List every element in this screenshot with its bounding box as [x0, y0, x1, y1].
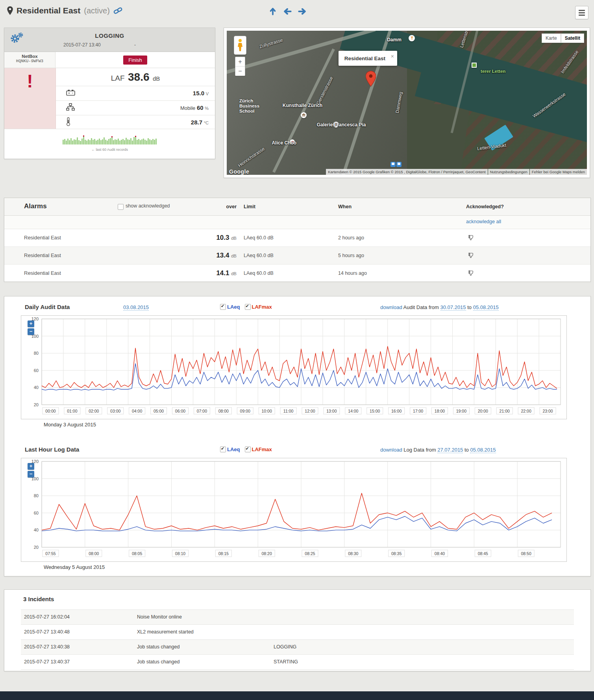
temperature-row: 28.7 °C	[56, 115, 215, 130]
laeq-checkbox[interactable]	[220, 446, 226, 452]
audit-record-bar	[67, 139, 68, 144]
map-marker-pin[interactable]	[366, 71, 376, 88]
svg-text:06:00: 06:00	[175, 409, 185, 413]
svg-text:20:00: 20:00	[478, 409, 488, 413]
chart-zoom-in-button[interactable]: +	[28, 320, 34, 327]
park-poi-icon[interactable]	[472, 63, 477, 68]
incident-time: 2015-07-27 13:40:37	[24, 655, 70, 669]
map-zoom-out-button[interactable]: −	[235, 67, 245, 76]
incident-time: 2015-07-27 16:02:04	[24, 610, 70, 624]
network-unit: %	[205, 106, 209, 111]
job-state: LOGGING	[4, 32, 215, 39]
pegman-control[interactable]	[234, 36, 246, 55]
info-window-close-icon[interactable]: ×	[391, 53, 394, 59]
daily-audit-chart[interactable]: 1201008060402000:0001:0002:0003:0004:000…	[21, 316, 566, 418]
alarm-over-unit: dB	[231, 271, 237, 276]
svg-text:08:40: 08:40	[435, 551, 445, 556]
svg-text:19:00: 19:00	[456, 409, 466, 413]
map-copyright: Kartendaten © 2015 Google Grafiken © 201…	[326, 169, 488, 175]
map-card: Residential East × + − Karte Satellit Go…	[224, 28, 590, 178]
bar-poi-icon[interactable]	[409, 35, 415, 41]
incident-time: 2015-07-27 13:40:48	[24, 625, 70, 639]
svg-text:08:25: 08:25	[305, 551, 315, 556]
daily-date-link[interactable]: 03.08.2015	[123, 304, 149, 311]
audit-record-bar	[116, 140, 117, 144]
network-value: 60	[197, 104, 204, 111]
alarm-limit: LAeq 60.0 dB	[244, 265, 274, 282]
laf-label: LAF	[111, 74, 125, 82]
map-type-map-button[interactable]: Karte	[542, 33, 561, 43]
chart-zoom-out-button[interactable]: −	[28, 471, 34, 478]
transit-icon[interactable]	[390, 162, 402, 167]
job-start-time: 2015-07-27 13:40	[63, 42, 101, 48]
map-view[interactable]: Residential East × + − Karte Satellit Go…	[227, 31, 587, 175]
terms-link[interactable]: Nutzungsbedingungen	[488, 169, 529, 175]
finish-button[interactable]: Finish	[123, 56, 147, 65]
audit-record-bar	[113, 140, 114, 144]
audit-record-bar	[64, 139, 65, 144]
chart-zoom-controls: + −	[28, 463, 34, 479]
audit-record-bar	[141, 139, 142, 144]
audit-to-date-link[interactable]: 05.08.2015	[473, 304, 499, 311]
chart-zoom-in-button[interactable]: +	[28, 463, 34, 470]
audit-from-date-link[interactable]: 30.07.2015	[440, 304, 466, 311]
alarm-over-unit: dB	[231, 236, 237, 241]
incident-event: XL2 measurement started	[137, 625, 194, 639]
audit-record-bar	[93, 140, 94, 144]
audit-record-bar	[115, 139, 116, 144]
device-label: NetBox	[4, 54, 55, 59]
museum-poi-icon[interactable]	[301, 112, 307, 118]
last-hour-chart-box: 1201008060402007:5508:0008:0508:1008:150…	[21, 458, 567, 562]
audit-record-bar	[129, 140, 130, 144]
svg-text:20: 20	[34, 402, 39, 407]
report-error-link[interactable]: Fehler bei Google Maps melden	[530, 169, 587, 175]
location-pin-icon	[7, 6, 13, 15]
alarm-over-value: 10.3	[216, 234, 229, 241]
svg-text:12:00: 12:00	[305, 409, 315, 413]
map-type-satellite-button[interactable]: Satellit	[561, 33, 584, 43]
audit-record-bar	[88, 139, 89, 144]
up-arrow-icon[interactable]	[269, 7, 277, 16]
log-to-date-link[interactable]: 05.08.2015	[470, 447, 496, 453]
download-log-link[interactable]: download	[380, 447, 402, 453]
thumbs-down-acknowledge-icon[interactable]	[468, 252, 474, 260]
audit-record-bar	[86, 141, 87, 144]
network-row: Mobile 60 %	[56, 101, 215, 115]
download-log-to: to	[464, 447, 469, 453]
chart-zoom-out-button[interactable]: −	[28, 328, 34, 335]
log-from-date-link[interactable]: 27.07.2015	[437, 447, 463, 453]
alarm-name: Residential East	[24, 229, 61, 246]
audit-record-bar	[152, 139, 154, 144]
alarm-when: 14 hours ago	[338, 265, 367, 282]
svg-text:22:00: 22:00	[521, 409, 531, 413]
download-audit-link[interactable]: download	[380, 304, 402, 310]
show-acknowledged-checkbox[interactable]	[118, 204, 124, 210]
permalink-icon[interactable]	[113, 7, 123, 15]
laeq-checkbox[interactable]	[220, 304, 226, 310]
gallery-poi-icon[interactable]	[333, 122, 339, 128]
audit-record-bar	[107, 141, 108, 144]
last-hour-chart[interactable]: 1201008060402007:5508:0008:0508:1008:150…	[21, 458, 566, 561]
right-arrow-icon[interactable]	[298, 7, 307, 16]
laf-value-row: LAF 38.6 dB	[56, 68, 215, 86]
thumbs-down-acknowledge-icon[interactable]	[468, 270, 474, 278]
audit-sparkline-bars	[63, 133, 157, 144]
audit-record-bar	[104, 137, 105, 144]
svg-text:15:00: 15:00	[370, 409, 380, 413]
audit-record-bar	[118, 139, 119, 144]
lafmax-checkbox[interactable]	[245, 304, 251, 310]
audit-record-bar	[143, 139, 144, 144]
thumbs-down-acknowledge-icon[interactable]	[468, 234, 474, 242]
alert-cell: !	[4, 68, 56, 129]
show-acknowledged-label: show acknowledged	[126, 203, 170, 209]
acknowledge-all-link[interactable]: acknowledge all	[466, 219, 501, 224]
hamburger-menu-button[interactable]	[575, 6, 588, 19]
audit-record-bar	[144, 140, 146, 144]
temperature-value: 28.7	[191, 119, 202, 126]
left-arrow-icon[interactable]	[283, 7, 292, 16]
incident-status: LOGGING	[274, 640, 296, 654]
map-zoom-in-button[interactable]: +	[235, 57, 245, 67]
alarm-over-value: 13.4	[216, 252, 229, 259]
lafmax-checkbox[interactable]	[245, 446, 251, 452]
last-hour-chart-caption: Wednesday 5 August 2015	[44, 564, 105, 570]
